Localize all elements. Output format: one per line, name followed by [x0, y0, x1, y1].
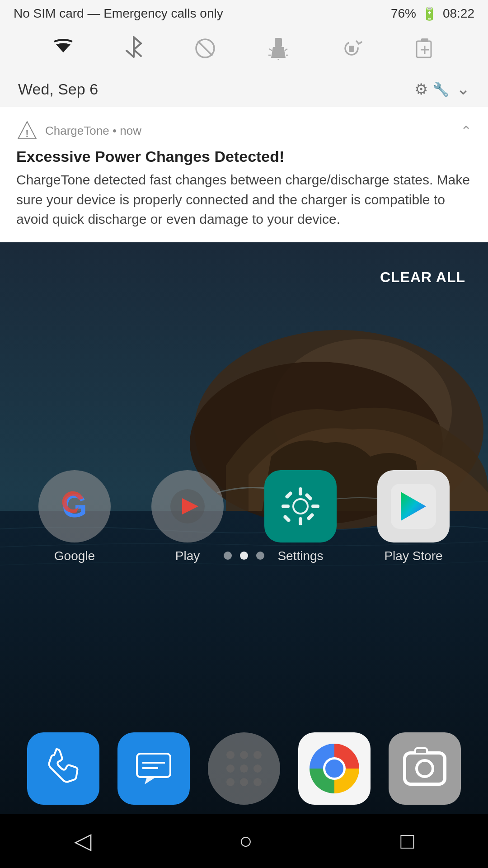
messages-icon[interactable] [117, 732, 190, 805]
settings-quick-icon[interactable]: ⚙ [414, 80, 428, 98]
clock: 08:22 [443, 6, 474, 21]
dock-camera[interactable] [389, 732, 461, 805]
navigation-bar: ◁ ○ □ [0, 814, 488, 868]
svg-rect-28 [299, 517, 302, 525]
dnd-icon[interactable] [194, 38, 216, 61]
playstore-app-icon[interactable] [377, 470, 450, 542]
notification-expand-icon[interactable]: ⌃ [460, 123, 472, 139]
bluetooth-icon[interactable] [126, 36, 142, 62]
battery-icon: 🔋 [422, 6, 437, 21]
svg-rect-27 [299, 487, 302, 495]
svg-rect-18 [421, 38, 428, 42]
quick-settings-row [0, 27, 488, 71]
svg-line-12 [285, 49, 287, 51]
app-grid: G Google Play [0, 470, 488, 563]
dock-messages[interactable] [117, 732, 190, 805]
notification-panel: ! ChargeTone • now ⌃ Excessive Power Cha… [0, 107, 488, 242]
recents-button[interactable]: □ [400, 828, 414, 854]
play-app-label: Play [175, 549, 200, 563]
settings-app-icon[interactable] [264, 470, 337, 542]
clear-all-button[interactable]: CLEAR ALL [380, 269, 465, 286]
page-dot-3 [256, 552, 264, 560]
svg-rect-33 [283, 514, 291, 523]
status-bar: No SIM card — Emergency calls only 76% 🔋… [0, 0, 488, 27]
svg-rect-34 [305, 493, 313, 501]
home-button[interactable]: ○ [239, 828, 253, 854]
google-app-icon[interactable]: G [38, 470, 111, 542]
svg-rect-8 [275, 38, 282, 47]
settings-app-label: Settings [277, 549, 323, 563]
svg-rect-38 [137, 754, 170, 777]
expand-icon[interactable]: ⌄ [456, 80, 470, 99]
page-dot-1 [224, 552, 232, 560]
flashlight-icon[interactable] [268, 37, 288, 61]
svg-rect-30 [311, 505, 319, 508]
wifi-icon[interactable] [53, 38, 73, 61]
page-dot-2 [240, 552, 248, 560]
google-app-label: Google [54, 549, 95, 563]
app-item-playstore[interactable]: Play Store [368, 470, 459, 563]
notification-separator: • [113, 124, 120, 137]
play-app-icon[interactable] [151, 470, 224, 542]
svg-point-35 [294, 500, 307, 513]
apps-launcher-icon[interactable] [208, 732, 280, 805]
notification-app-name: ChargeTone [45, 124, 109, 137]
svg-line-11 [269, 49, 272, 51]
svg-rect-31 [285, 491, 293, 499]
app-item-google[interactable]: G Google [29, 470, 120, 563]
sim-status: No SIM card — Emergency calls only [14, 6, 223, 21]
svg-line-7 [198, 41, 212, 56]
battery-add-icon[interactable] [415, 38, 435, 61]
notification-time: now [120, 124, 141, 137]
rotation-icon[interactable] [341, 38, 362, 61]
svg-rect-29 [282, 505, 290, 508]
dock-chrome[interactable] [298, 732, 371, 805]
dock-phone[interactable] [27, 732, 99, 805]
phone-icon[interactable] [27, 732, 99, 805]
svg-rect-16 [349, 46, 354, 52]
wrench-icon[interactable]: 🔧 [432, 81, 449, 97]
notification-meta: ChargeTone • now [45, 124, 141, 138]
playstore-app-label: Play Store [384, 549, 442, 563]
date-row: Wed, Sep 6 ⚙ 🔧 ⌄ [0, 71, 488, 107]
battery-percentage: 76% [391, 6, 416, 21]
app-dock [0, 732, 488, 805]
svg-text:!: ! [25, 128, 28, 139]
svg-rect-32 [306, 513, 314, 521]
notification-app-icon: ! [16, 120, 38, 142]
notification-body: ChargeTone detected fast changes between… [16, 170, 472, 229]
app-item-play[interactable]: Play [142, 470, 233, 563]
back-button[interactable]: ◁ [74, 828, 91, 854]
notification-title: Excessive Power Changes Detected! [16, 148, 472, 165]
app-item-settings[interactable]: Settings [255, 470, 346, 563]
camera-icon[interactable] [389, 732, 461, 805]
page-indicator [224, 552, 264, 560]
date-display: Wed, Sep 6 [18, 80, 98, 98]
dock-apps[interactable] [208, 732, 280, 805]
chrome-icon[interactable] [298, 732, 371, 805]
svg-marker-9 [271, 47, 286, 58]
